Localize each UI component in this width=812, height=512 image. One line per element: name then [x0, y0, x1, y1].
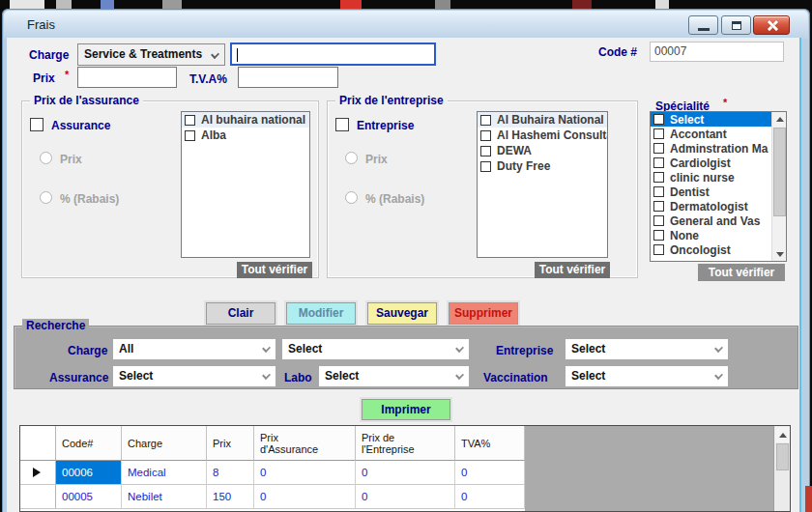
list-item[interactable]: clinic nurse — [651, 170, 771, 185]
sauvegar-button[interactable]: Sauvegar — [367, 302, 437, 325]
grid-cell[interactable]: 0 — [455, 485, 525, 509]
list-item[interactable]: Dermatologist — [651, 199, 771, 213]
grid-cell[interactable]: Medical — [122, 461, 207, 485]
charge-type-combobox[interactable]: Service & Treatments — [77, 43, 225, 66]
checkbox-icon[interactable] — [480, 161, 491, 172]
recherche-labo-label: Labo — [284, 371, 312, 384]
grid-cell[interactable]: 0 — [356, 485, 455, 509]
modifier-button[interactable]: Modifier — [286, 302, 356, 325]
background-icon — [162, 0, 182, 9]
assurance-prix-radio[interactable] — [40, 152, 52, 164]
prix-input[interactable] — [77, 67, 177, 88]
assurance-group-title: Prix de l'assurance — [30, 94, 143, 107]
scroll-up-button[interactable] — [775, 427, 790, 442]
checkbox-icon[interactable] — [653, 128, 664, 139]
checkbox-icon[interactable] — [653, 143, 664, 154]
checkbox-icon[interactable] — [653, 244, 664, 255]
entreprise-verify-all-button[interactable]: Tout vérifier — [535, 262, 610, 278]
grid-cell[interactable]: 00006 — [56, 461, 122, 485]
recherche-charge-type-combobox[interactable]: Select — [282, 339, 469, 359]
title-bar[interactable]: Frais — [4, 11, 808, 39]
list-item[interactable]: None — [651, 228, 771, 242]
list-item[interactable]: General and Vas — [651, 213, 771, 228]
grid-corner-header[interactable] — [20, 426, 56, 461]
recherche-entreprise-combobox[interactable]: Select — [566, 339, 728, 359]
checkbox-icon[interactable] — [480, 130, 491, 141]
checkbox-icon[interactable] — [480, 146, 491, 156]
background-window-fragment — [805, 486, 812, 512]
list-item[interactable]: Select — [651, 112, 771, 127]
grid-column-header[interactable]: Prix del'Entreprise — [356, 426, 455, 461]
list-item[interactable]: Cardiolgist — [651, 156, 771, 170]
tva-input[interactable] — [238, 67, 338, 88]
minimize-button[interactable] — [688, 15, 718, 35]
code-input[interactable]: 00007 — [650, 42, 784, 62]
grid-cell[interactable]: 0 — [254, 485, 356, 509]
list-item[interactable]: Al Hashemi Consulta — [478, 128, 607, 143]
list-item[interactable]: Alba — [182, 128, 309, 143]
assurance-group: Prix de l'assurance Assurance Prix % (Ra… — [21, 100, 319, 278]
list-item[interactable]: Al buhaira national — [182, 112, 309, 128]
list-item[interactable]: Duty Free — [478, 158, 607, 174]
checkbox-icon[interactable] — [653, 157, 664, 168]
specialite-verify-all-button[interactable]: Tout vérifier — [698, 264, 785, 281]
grid-cell[interactable]: Nebilet — [122, 485, 207, 509]
grid-row-selector[interactable] — [20, 461, 56, 485]
checkbox-icon[interactable] — [653, 201, 664, 212]
list-item[interactable]: DEWA — [478, 143, 607, 158]
grid-cell[interactable]: 150 — [207, 485, 254, 509]
entreprise-rabais-radio[interactable] — [345, 191, 358, 204]
background-icon — [101, 0, 114, 9]
grid-cell[interactable]: 0 — [455, 461, 525, 485]
assurance-prix-radio-label: Prix — [60, 153, 82, 166]
checkbox-icon[interactable] — [185, 115, 195, 126]
grid-cell[interactable]: 00005 — [56, 485, 122, 509]
grid-column-header[interactable]: TVA% — [455, 426, 525, 461]
assurance-checkbox[interactable] — [30, 118, 44, 131]
recherche-labo-combobox[interactable]: Select — [319, 366, 469, 386]
grid-cell[interactable]: 0 — [356, 461, 455, 485]
recherche-assurance-combobox[interactable]: Select — [113, 366, 276, 386]
scrollbar-thumb[interactable] — [773, 128, 786, 216]
grid-row-selector[interactable] — [20, 485, 56, 509]
entreprise-checkbox[interactable] — [335, 118, 349, 131]
list-item[interactable]: Adminstration Ma — [651, 141, 771, 156]
scroll-down-button[interactable] — [772, 246, 787, 261]
imprimer-button[interactable]: Imprimer — [362, 399, 450, 420]
entreprise-prix-radio[interactable] — [345, 152, 358, 164]
assurance-rabais-radio[interactable] — [40, 191, 52, 204]
window-edge-highlight — [799, 38, 801, 512]
close-button[interactable] — [753, 15, 790, 35]
clair-button[interactable]: Clair — [206, 302, 276, 325]
list-item[interactable]: Accontant — [651, 127, 771, 141]
maximize-button[interactable] — [721, 15, 751, 35]
checkbox-icon[interactable] — [653, 186, 664, 197]
recherche-charge-combobox[interactable]: All — [113, 339, 276, 359]
chevron-down-icon — [455, 344, 464, 353]
recherche-vaccination-combobox[interactable]: Select — [566, 366, 728, 386]
list-item[interactable]: Al Buhaira National — [478, 112, 607, 128]
grid-cell[interactable]: 8 — [207, 461, 254, 485]
checkbox-icon[interactable] — [653, 230, 664, 241]
grid-column-header[interactable]: Prix — [207, 426, 254, 461]
scroll-up-button[interactable] — [772, 112, 787, 127]
checkbox-icon[interactable] — [653, 172, 664, 183]
specialite-checklist: Select Accontant Adminstration Ma Cardio… — [650, 111, 787, 262]
grid-scrollbar[interactable] — [773, 426, 790, 511]
grid-column-header[interactable]: Charge — [122, 426, 207, 461]
assurance-verify-all-button[interactable]: Tout vérifier — [237, 262, 312, 278]
checkbox-icon[interactable] — [185, 130, 195, 141]
checkbox-icon[interactable] — [480, 115, 491, 126]
list-item[interactable]: Oncologist — [651, 242, 771, 257]
background-icon — [572, 0, 592, 9]
specialite-scrollbar[interactable] — [771, 112, 786, 261]
grid-cell[interactable]: 0 — [254, 461, 356, 485]
list-item[interactable]: Dentist — [651, 185, 771, 199]
checkbox-icon[interactable] — [653, 114, 664, 125]
grid-column-header[interactable]: Code# — [56, 426, 122, 461]
checkbox-icon[interactable] — [653, 215, 664, 226]
charge-name-input[interactable] — [230, 43, 436, 66]
supprimer-button[interactable]: Supprimer — [449, 302, 518, 325]
scrollbar-thumb[interactable] — [776, 443, 789, 470]
grid-column-header[interactable]: Prixd'Assurance — [254, 426, 356, 461]
